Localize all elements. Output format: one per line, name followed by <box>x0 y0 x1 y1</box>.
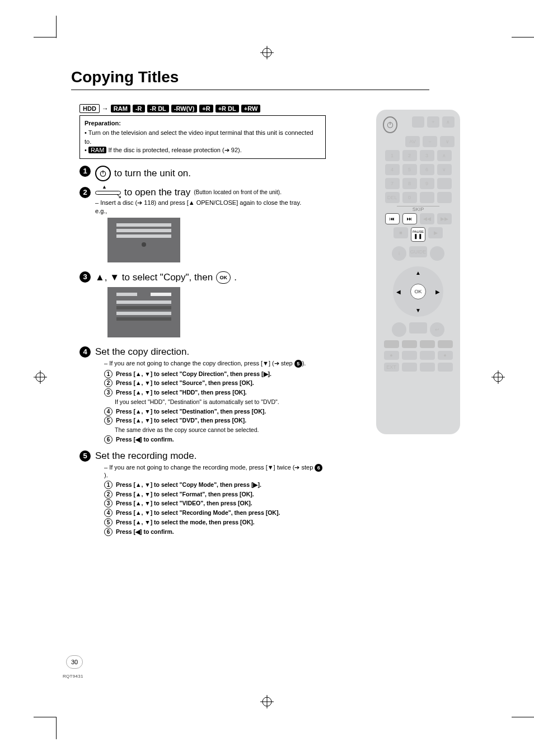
fast-forward-icon: ▶▶ <box>437 213 452 224</box>
crop-mark <box>34 717 56 717</box>
skip-back-icon: ⏮ <box>385 213 400 224</box>
disc-label-rwv: -RW(V) <box>171 105 197 112</box>
disc-label-ram: RAM <box>111 105 130 112</box>
step-5: 5 Set the recording mode. – If you are n… <box>79 450 326 537</box>
step-3: 3 ▲, ▼ to select "Copy", then OK. <box>79 271 326 341</box>
play-button: ▶ <box>428 227 443 238</box>
disc-label-hdd: HDD <box>79 104 100 113</box>
remote-num-8: 8 <box>402 178 417 189</box>
remote-button <box>412 116 424 128</box>
step-2: 2 ▲↘ to open the tray (Button located on… <box>79 187 326 266</box>
step-4-title: Set the copy direction. <box>95 346 189 358</box>
step-5-item-3: Press [▲, ▼] to select "VIDEO", then pre… <box>116 499 252 508</box>
left-arrow-icon: ◀ <box>396 289 401 295</box>
step-5-substeps: 1Press [▲, ▼] to select "Copy Mode", the… <box>104 481 326 537</box>
substep-num: 3 <box>104 499 113 508</box>
pause-button: PAUSE❚❚ <box>411 227 425 242</box>
remote-button <box>402 363 417 372</box>
step-number-1: 1 <box>79 166 91 177</box>
ok-button: OK <box>410 284 426 299</box>
record-button: ● <box>384 351 399 360</box>
open-tray-icon: ▲↘ <box>95 187 121 198</box>
step-4-item-3: Press [▲, ▼] to select "HDD", then press… <box>116 388 247 397</box>
disc-slot-illustration <box>107 218 180 262</box>
step-4-substeps: 1Press [▲, ▼] to select "Copy Direction"… <box>104 370 326 444</box>
remote-button <box>437 178 452 189</box>
step-5-item-4: Press [▲, ▼] to select "Recording Mode",… <box>116 509 280 518</box>
remote-button <box>409 322 427 334</box>
remote-button <box>420 192 434 203</box>
remote-button: ● <box>438 351 453 360</box>
step-5-item-1: Press [▲, ▼] to select "Copy Mode", then… <box>116 481 261 490</box>
step-3-text: ▲, ▼ to select "Copy", then <box>95 272 213 283</box>
step-4-item-4: Press [▲, ▼] to select "Destination", th… <box>116 407 266 416</box>
step-2-text: to open the tray <box>124 187 190 198</box>
skip-label: SKIP <box>382 206 455 212</box>
disc-label-plus-rdl: +R DL <box>216 105 239 112</box>
remote-ch-down-button: ∨ <box>440 136 455 147</box>
up-arrow-icon: ▲ <box>415 270 421 276</box>
step-ref-5: 5 <box>294 360 302 368</box>
disc-label-r: -R <box>133 105 145 112</box>
step-4-item-5: Press [▲, ▼] to select "DVD", then press… <box>116 416 246 425</box>
remote-av-button: AV <box>405 136 420 147</box>
remote-button <box>420 363 435 372</box>
substep-num: 6 <box>104 528 113 536</box>
remote-ch-up-button: ∧ <box>442 116 455 128</box>
remote-num-1: 1 <box>385 150 400 161</box>
substep-num: 5 <box>104 518 113 527</box>
registration-mark-icon <box>34 370 47 384</box>
down-arrow-icon: ▼ <box>415 307 421 313</box>
pause-icon: ❚❚ <box>414 233 423 239</box>
disc-label-rdl: -R DL <box>147 105 169 112</box>
color-button-red <box>384 340 399 348</box>
substep-num: 2 <box>104 379 113 387</box>
main-column: HDD → RAM -R -R DL -RW(V) +R +R DL +RW P… <box>79 104 326 542</box>
step-number-2: 2 <box>79 187 91 198</box>
info-button: i <box>392 246 406 261</box>
step-4-item-5-note: The same drive as the copy source cannot… <box>115 426 326 435</box>
step-4-dash: – If you are not going to change the cop… <box>104 360 326 368</box>
stop-button: ■ <box>394 227 408 238</box>
right-arrow-icon: ▶ <box>435 289 440 295</box>
preparation-heading: Preparation: <box>85 119 321 128</box>
disc-compatibility-row: HDD → RAM -R -R DL -RW(V) +R +R DL +RW <box>79 104 326 113</box>
step-4-item-3-note: If you select "HDD", "Destination" is au… <box>115 398 326 407</box>
remote-button <box>430 246 444 261</box>
substep-num: 6 <box>104 435 113 444</box>
remote-num-4: 4 <box>385 164 400 175</box>
remote-num-9: 9 <box>420 178 434 189</box>
step-4-item-2: Press [▲, ▼] to select "Source", then pr… <box>116 379 254 388</box>
remote-num-0: 0 <box>402 192 417 203</box>
substep-num: 1 <box>104 370 113 378</box>
registration-mark-icon <box>260 695 274 708</box>
disc-label-plus-r: +R <box>199 105 213 112</box>
step-5-item-5: Press [▲, ▼] to select the mode, then pr… <box>116 518 255 527</box>
remote-num-6: 6 <box>420 164 434 175</box>
remote-num-3: 3 <box>420 150 434 161</box>
step-4-item-6: Press [◀] to confirm. <box>116 435 174 444</box>
remote-up-button: ∧ <box>437 150 452 161</box>
remote-del-button: DEL <box>385 192 400 203</box>
substep-num: 4 <box>104 509 113 517</box>
arrow-icon: → <box>102 105 109 112</box>
remote-button <box>438 363 453 372</box>
preparation-box: Preparation: • Turn on the television an… <box>79 115 326 159</box>
remote-button <box>402 351 417 360</box>
power-icon <box>383 116 397 133</box>
disc-label-ram-inline: RAM <box>88 147 106 153</box>
skip-forward-icon: ⏭ <box>402 213 417 224</box>
doc-code: RQT9431 <box>63 674 83 679</box>
step-4: 4 Set the copy direction. – If you are n… <box>79 346 326 445</box>
step-2-note: (Button located on front of the unit). <box>194 189 282 195</box>
step-5-item-2: Press [▲, ▼] to select "Format", then pr… <box>116 490 254 499</box>
menu-illustration <box>107 287 180 337</box>
crop-mark <box>56 16 57 38</box>
remote-num-7: 7 <box>385 178 400 189</box>
color-button-blue <box>438 340 453 348</box>
rewind-icon: ◀◀ <box>420 213 434 224</box>
substep-num: 3 <box>104 388 113 397</box>
page-number: 30 <box>66 655 83 669</box>
step-5-item-6: Press [◀] to confirm. <box>116 528 174 537</box>
preparation-line-1: • Turn on the television and select the … <box>85 129 321 146</box>
